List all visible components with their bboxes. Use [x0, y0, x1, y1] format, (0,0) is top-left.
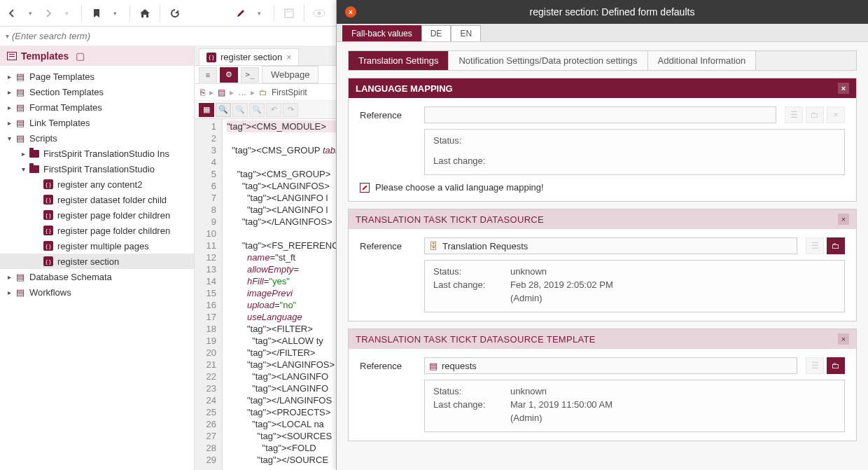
tree-toggle-icon[interactable]: ▸	[4, 104, 14, 111]
refresh-icon[interactable]	[169, 7, 181, 20]
tool-search-icon[interactable]: 🔍	[216, 103, 231, 117]
tree-label: register any content2	[57, 179, 142, 190]
bookmark-more-icon[interactable]: ▾	[108, 7, 121, 20]
tool-btn-6[interactable]: ↷	[283, 103, 298, 117]
svg-rect-0	[285, 9, 293, 18]
panel-language-mapping: LANGUAGE MAPPING × Reference ☰ 🗀 × Statu…	[348, 78, 857, 202]
tree-row[interactable]: { }register dataset folder child	[0, 192, 194, 207]
editor-tab-label: register section	[220, 52, 282, 62]
ref-pick-icon[interactable]: ☰	[806, 237, 824, 254]
tab-translation-settings[interactable]: Translation Settings	[349, 51, 449, 70]
tree-toggle-icon[interactable]: ▸	[4, 88, 14, 96]
panel-close-icon[interactable]: ×	[838, 83, 849, 94]
tree-label: Section Templates	[29, 87, 104, 97]
lang-tab-fallback[interactable]: Fall-back values	[342, 25, 421, 41]
tree-toggle-icon[interactable]: ▸	[4, 119, 14, 127]
tree-toggle-icon[interactable]: ▸	[4, 73, 14, 81]
search-dropdown-icon[interactable]: ▾	[6, 32, 9, 40]
panel-close-icon[interactable]: ×	[838, 214, 849, 225]
editor-tab[interactable]: { } register section ×	[199, 48, 299, 65]
tree-row[interactable]: ▸▤Page Templates	[0, 69, 194, 84]
templates-icon	[7, 52, 17, 60]
status-value: unknown	[510, 386, 547, 396]
ref-browse-icon[interactable]: 🗀	[827, 357, 845, 374]
panel-task-datasource: TRANSLATION TASK TICKT DATASOURCE × Refe…	[348, 209, 857, 322]
panel-title: TRANSLATION TASK TICKT DATASOURCE	[356, 214, 544, 225]
reference-input[interactable]: 🗄 Translation Requests	[424, 237, 797, 254]
section-tabs: Translation Settings Notification Settin…	[348, 50, 857, 71]
tree-row[interactable]: { }register page folder children	[0, 207, 194, 223]
window-close-icon[interactable]: ×	[345, 6, 356, 18]
tree-toggle-icon[interactable]: ▾	[18, 165, 28, 173]
tree-row[interactable]: ▸FirstSpirit TranslationStudio Ins	[0, 146, 194, 161]
tree-label: Page Templates	[29, 71, 94, 82]
tree-toggle-icon[interactable]: ▸	[4, 289, 14, 296]
tree-row[interactable]: { }register any content2	[0, 177, 194, 192]
lang-tab-de[interactable]: DE	[421, 25, 451, 41]
tool-btn-5[interactable]: ↶	[266, 103, 281, 117]
close-icon[interactable]: ×	[286, 53, 291, 62]
tree-toggle-icon[interactable]: ▸	[18, 150, 28, 158]
lastchange-label: Last change:	[433, 399, 496, 410]
tool-run-icon[interactable]: ▦	[199, 103, 214, 117]
list-icon: ▤	[14, 86, 27, 97]
tree-row[interactable]: ▸▤Section Templates	[0, 84, 194, 99]
tree: ▸▤Page Templates▸▤Section Templates▸▤For…	[0, 66, 194, 470]
ref-browse-icon[interactable]: 🗀	[827, 237, 845, 254]
script-icon: { }	[42, 256, 55, 267]
home-icon[interactable]	[139, 7, 151, 20]
dialog: × register section: Defined form default…	[336, 0, 868, 470]
lang-tab-en[interactable]: EN	[451, 25, 481, 41]
tree-row[interactable]: ▸▤Database Schemata	[0, 269, 194, 284]
bookmark-icon[interactable]	[90, 7, 103, 20]
tool-btn-3[interactable]: 🔍	[232, 103, 248, 117]
bc-icon[interactable]: ⎘	[200, 88, 205, 97]
svg-point-2	[318, 11, 321, 15]
dialog-title: register section: Defined form defaults	[365, 6, 860, 18]
panel-header: LANGUAGE MAPPING ×	[349, 78, 856, 98]
lastchange-user: (Admin)	[510, 293, 542, 303]
tree-label: register section	[57, 256, 119, 267]
edit-icon[interactable]	[234, 7, 247, 20]
lastchange-label: Last change:	[433, 155, 496, 166]
tab-notification-settings[interactable]: Notification Settings/Data protection se…	[449, 51, 648, 70]
reference-input[interactable]: ▤ requests	[424, 357, 797, 374]
tree-row[interactable]: { }register page folder children	[0, 223, 194, 238]
tree-row[interactable]: ▾FirstSpirit TranslationStudio	[0, 161, 194, 177]
tree-toggle-icon[interactable]: ▸	[4, 273, 14, 281]
ref-pick-icon[interactable]: ☰	[806, 357, 824, 374]
tree-row[interactable]: ▸▤Format Templates	[0, 99, 194, 115]
subtab-list-icon[interactable]: ≡	[199, 67, 217, 83]
edit-more-icon[interactable]: ▾	[253, 7, 265, 20]
dialog-body: Translation Settings Notification Settin…	[337, 42, 868, 470]
tree-row[interactable]: ▾▤Scripts	[0, 130, 194, 146]
database-icon: 🗄	[429, 241, 438, 251]
tree-toggle-icon[interactable]: ▾	[4, 134, 14, 142]
reference-label: Reference	[360, 110, 416, 120]
subtab-webpage[interactable]: Webpage	[262, 66, 318, 83]
save-icon	[283, 7, 295, 20]
template-icon: ▤	[429, 361, 438, 371]
status-box: Status: unknown Last change: Mar 1, 2019…	[424, 380, 845, 432]
tree-row[interactable]: { }register section	[0, 254, 194, 269]
tab-additional-info[interactable]: Additional Information	[648, 51, 757, 70]
back-icon[interactable]	[6, 7, 18, 20]
reference-input[interactable]	[424, 106, 776, 123]
tree-row[interactable]: ▸▤Link Templates	[0, 115, 194, 130]
tree-row[interactable]: ▸▤Workflows	[0, 284, 194, 300]
script-icon: { }	[42, 194, 55, 205]
reference-value: Translation Requests	[442, 241, 528, 251]
subtab-code-icon[interactable]: >_	[241, 67, 259, 83]
tool-btn-4[interactable]: 🔍	[249, 103, 265, 117]
sidebar-collapse-icon[interactable]: ▢	[76, 50, 85, 62]
subtab-form-icon[interactable]: ⚙	[220, 67, 238, 83]
list-icon: ▤	[14, 271, 27, 282]
panel-close-icon[interactable]: ×	[838, 333, 849, 345]
back-more-icon[interactable]: ▾	[24, 7, 36, 20]
code-lines[interactable]: "tag"><CMS_MODULE> "tag"><CMS_GROUP tabs…	[223, 119, 351, 470]
tree-row[interactable]: { }register multiple pages	[0, 238, 194, 254]
tree-label: Format Templates	[29, 102, 102, 113]
panel-header: TRANSLATION TASK TICKT DATASOURCE ×	[349, 209, 856, 229]
sidebar: Templates ▢ ▸▤Page Templates▸▤Section Te…	[0, 46, 195, 470]
bc-list-icon[interactable]: ▤	[218, 88, 225, 97]
